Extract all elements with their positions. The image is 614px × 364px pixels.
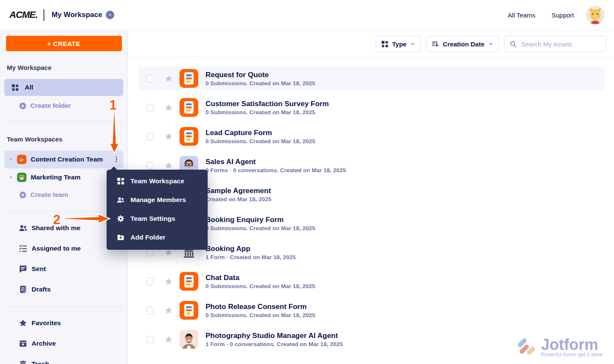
asset-meta: 1 Form · 0 conversations. Created on Mar… [206,341,343,347]
row-checkbox[interactable] [147,278,154,285]
menu-item-add-folder[interactable]: Add Folder [107,228,208,247]
asset-row[interactable]: Sample Agreement Created on Mar 18, 2025 [138,182,605,206]
nav-label: Trash [32,360,49,364]
sort-dropdown[interactable]: Creation Date [426,36,499,52]
form-icon[interactable] [180,127,198,146]
jotform-watermark: Jotform Powerful forms get it done [515,336,603,359]
row-checkbox[interactable] [147,133,154,140]
asset-row[interactable]: Booking Enquiry Form 0 Submissions. Crea… [138,211,605,235]
sidebar-divider [4,211,123,212]
apps-grid-icon [381,40,388,48]
asset-row[interactable]: Lead Capture Form 0 Submissions. Created… [138,124,605,148]
asset-title[interactable]: Photo Release Consent Form [206,302,315,311]
asset-row[interactable]: Sales AI Agent 3 Forms · 0 conversations… [138,153,605,177]
favorite-star-icon[interactable] [165,277,173,286]
chevron-down-icon [410,41,415,46]
create-button[interactable]: + CREATE [6,36,122,51]
menu-item-label: Team Settings [130,215,175,222]
sidebar-nav-item[interactable]: Drafts [0,279,127,300]
asset-meta: Created on Mar 18, 2025 [206,196,272,202]
menu-item-manage-members[interactable]: Manage Members [107,191,208,209]
create-folder-button[interactable]: Create folder [0,97,127,114]
sidebar-divider [4,122,123,122]
asset-row[interactable]: Customer Satisfaction Survey Form 0 Subm… [138,95,605,119]
asset-title[interactable]: Booking Enquiry Form [206,215,315,224]
people-icon [117,196,125,204]
asset-row[interactable]: Chat Data 0 Submissions. Created on Mar … [138,269,605,293]
row-checkbox[interactable] [147,162,154,169]
asset-title[interactable]: Photography Studio Manager AI Agent [206,331,343,340]
draft-icon [19,285,27,294]
agent-male-icon[interactable] [180,330,198,349]
asset-meta: 0 Submissions. Created on Mar 18, 2025 [206,283,315,289]
nav-label: Sent [32,265,46,273]
kebab-menu-icon[interactable] [113,156,120,163]
asset-meta: 0 Submissions. Created on Mar 18, 2025 [206,109,329,116]
menu-item-team-settings[interactable]: Team Settings [107,209,208,228]
team-context-menu: Team Workspace Manage Members Team Setti… [107,170,208,250]
workspace-switcher-button[interactable] [106,11,114,19]
asset-row[interactable]: Booking App 1 Form · Created on Mar 18, … [138,240,605,264]
nav-label: Assigned to me [32,245,81,252]
favorite-star-icon[interactable] [165,335,173,344]
nav-label: Drafts [32,286,51,293]
chevron-down-icon [108,13,112,17]
row-checkbox[interactable] [147,104,154,111]
row-checkbox[interactable] [147,75,154,82]
type-filter-dropdown[interactable]: Type [376,36,421,52]
asset-row[interactable]: Photo Release Consent Form 0 Submissions… [138,298,605,322]
trash-icon [19,360,27,364]
sidebar-nav-item[interactable]: Favorites [0,313,127,333]
row-checkbox[interactable] [147,307,154,314]
asset-title[interactable]: Sample Agreement [206,186,272,195]
form-icon[interactable] [180,69,198,88]
asset-list: Request for Quote 0 Submissions. Created… [138,66,605,356]
plus-circle-icon [19,102,26,110]
user-avatar[interactable] [586,6,605,24]
sidebar-nav-item[interactable]: Trash [0,354,127,364]
favorite-star-icon[interactable] [165,306,173,315]
team-content-icon [17,155,26,164]
cat-avatar-icon [586,6,605,24]
asset-meta: 0 Submissions. Created on Mar 18, 2025 [206,80,315,87]
menu-item-team-workspace[interactable]: Team Workspace [107,172,208,191]
form-icon[interactable] [180,301,198,320]
row-checkbox[interactable] [147,336,154,343]
sidebar-nav-item[interactable]: Archive [0,333,127,354]
chat-icon [19,265,27,273]
search-input[interactable] [521,40,606,48]
gear-icon [117,215,125,222]
acme-logo[interactable]: ACME. [9,9,38,20]
favorite-star-icon[interactable] [165,162,173,170]
jotform-logo-icon [515,336,538,359]
sidebar-nav-item[interactable]: Sent [0,259,127,279]
jotform-wordmark: Jotform [541,337,603,352]
archive-icon [19,339,27,348]
asset-title[interactable]: Chat Data [206,273,315,282]
support-link[interactable]: Support [551,12,574,19]
asset-meta: 0 Submissions. Created on Mar 18, 2025 [206,138,315,144]
favorite-star-icon[interactable] [165,75,173,83]
favorite-star-icon[interactable] [165,133,173,141]
caret-right-icon[interactable] [9,157,14,162]
people-icon [19,224,27,232]
content-divider [128,57,614,58]
row-checkbox[interactable] [147,249,154,256]
asset-row[interactable]: Request for Quote 0 Submissions. Created… [138,66,605,90]
sidebar-team-item[interactable]: Marketing Team [4,168,123,186]
form-icon[interactable] [180,272,198,291]
asset-title[interactable]: Request for Quote [206,70,315,79]
sidebar-team-item[interactable]: Content Creation Team [4,150,123,168]
sidebar-footer-nav: Favorites Archive Trash [0,313,127,364]
all-teams-link[interactable]: All Teams [508,12,536,19]
plus-circle-icon [19,191,26,199]
search-icon [510,40,517,48]
asset-title[interactable]: Lead Capture Form [206,128,315,137]
form-icon[interactable] [180,98,198,117]
favorite-star-icon[interactable] [165,104,173,112]
sidebar-item-all[interactable]: All [4,79,123,96]
caret-right-icon[interactable] [9,175,14,180]
asset-title[interactable]: Booking App [206,244,296,253]
asset-title[interactable]: Sales AI Agent [206,157,346,166]
asset-title[interactable]: Customer Satisfaction Survey Form [206,99,329,108]
